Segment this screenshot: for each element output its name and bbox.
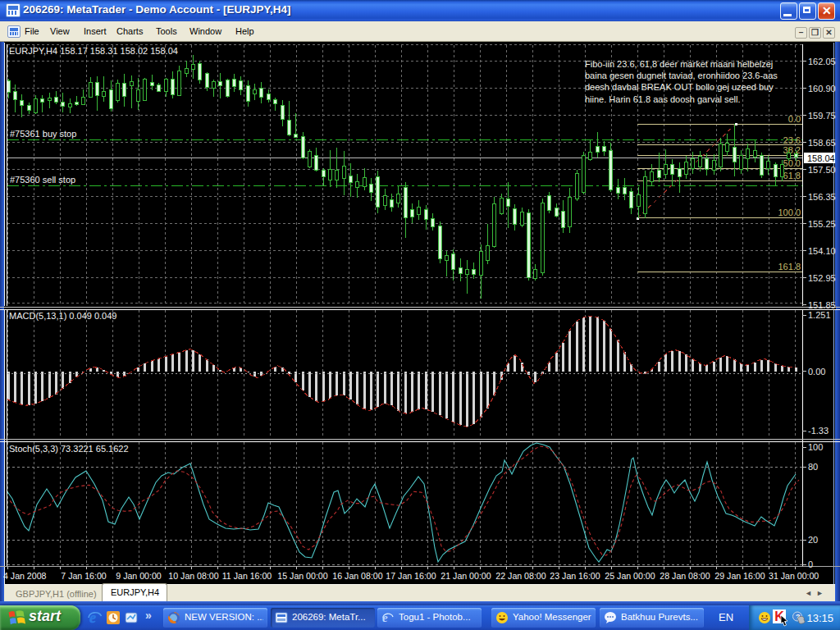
svg-text:Fibo-iin 23.6, 61,8 deer marke: Fibo-iin 23.6, 61,8 deer market maani he… [585,59,773,69]
svg-text:#75360 sell stop: #75360 sell stop [10,175,75,185]
svg-text:23 Jan 16:00: 23 Jan 16:00 [550,571,600,581]
svg-text:157.50: 157.50 [808,165,836,175]
svg-text:155.25: 155.25 [808,219,836,229]
svg-text:162.05: 162.05 [808,57,836,66]
svg-text:154.10: 154.10 [808,246,836,256]
svg-text:28 Jan 08:00: 28 Jan 08:00 [660,571,710,581]
svg-text:10 Jan 08:00: 10 Jan 08:00 [168,571,218,581]
svg-text:21 Jan 00:00: 21 Jan 00:00 [441,571,491,581]
svg-text:17 Jan 16:00: 17 Jan 16:00 [386,571,436,581]
svg-text:1.251: 1.251 [808,310,831,320]
svg-text:deesh davbal BREAK OUT bollo g: deesh davbal BREAK OUT bollo gej uzeed b… [585,82,774,92]
svg-text:50.0: 50.0 [783,158,801,168]
svg-text:0: 0 [808,559,813,569]
svg-text:0.00: 0.00 [808,367,825,377]
svg-text:11 Jan 16:00: 11 Jan 16:00 [222,571,272,581]
svg-text:160.90: 160.90 [808,84,836,94]
svg-text:7 Jan 16:00: 7 Jan 16:00 [61,571,106,581]
svg-text:4 Jan 2008: 4 Jan 2008 [3,571,47,581]
svg-text:EURJPY,H4 158.17 158.31 158.0: EURJPY,H4 158.17 158.31 158.02 158.04 [9,46,178,56]
svg-text:159.75: 159.75 [808,111,836,121]
svg-text:151.85: 151.85 [808,300,836,310]
svg-text:9 Jan 00:00: 9 Jan 00:00 [116,571,161,581]
svg-text:100: 100 [808,442,823,452]
svg-text:baina gesen dugnelt taviad, er: baina gesen dugnelt taviad, eronhiidoo 2… [585,71,778,80]
svg-text:22 Jan 08:00: 22 Jan 08:00 [495,571,546,581]
svg-text:31 Jan 00:00: 31 Jan 00:00 [769,571,819,581]
svg-text:152.95: 152.95 [808,273,836,283]
svg-text:29 Jan 16:00: 29 Jan 16:00 [714,571,765,581]
svg-text:16 Jan 08:00: 16 Jan 08:00 [332,571,382,581]
svg-text:25 Jan 00:00: 25 Jan 00:00 [605,571,655,581]
svg-text:e: e [89,609,96,625]
svg-text:#75361 buy stop: #75361 buy stop [10,129,76,139]
svg-text:158.04: 158.04 [807,153,835,163]
svg-text:100.0: 100.0 [778,208,801,217]
svg-text:23.6: 23.6 [783,135,801,145]
svg-text:15 Jan 00:00: 15 Jan 00:00 [277,571,327,581]
svg-text:158.65: 158.65 [808,138,836,148]
svg-text:61.8: 61.8 [783,171,801,180]
svg-text:156.35: 156.35 [808,192,836,202]
svg-text:-1.33: -1.33 [808,426,829,436]
svg-text:0.0: 0.0 [788,114,801,124]
svg-text:161.8: 161.8 [778,262,801,272]
svg-text:MACD(5,13,1) 0.049 0.049: MACD(5,13,1) 0.049 0.049 [9,311,116,321]
svg-text:20: 20 [808,535,818,545]
svg-text:80: 80 [808,462,818,472]
svg-text:hiine. Harin 61.8 aas doosh ga: hiine. Harin 61.8 aas doosh garval sell. [585,94,741,104]
svg-text:Stoch(5,3,3) 73.3221 65.1622: Stoch(5,3,3) 73.3221 65.1622 [9,444,129,454]
